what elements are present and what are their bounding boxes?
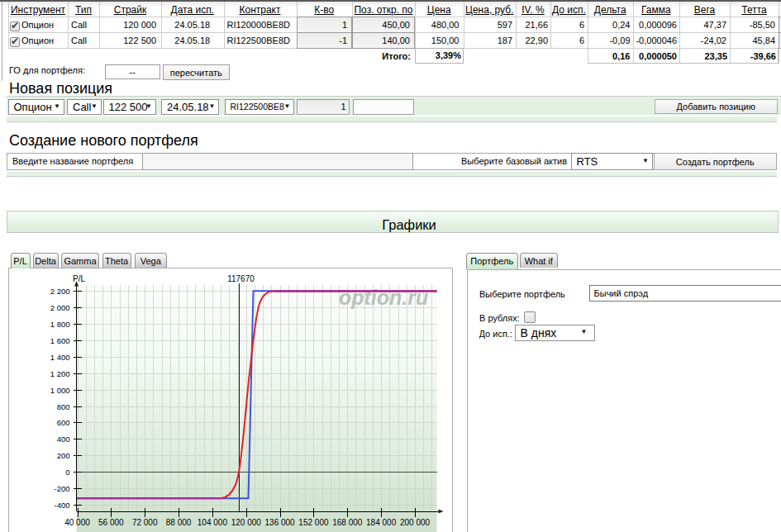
svg-text:152 000: 152 000 [298,518,329,527]
svg-text:1 400: 1 400 [50,353,70,362]
svg-text:40 000: 40 000 [64,518,90,527]
svg-text:1 800: 1 800 [50,320,70,329]
svg-text:200: 200 [57,451,70,460]
svg-text:184 000: 184 000 [366,518,397,527]
svg-text:800: 800 [57,402,70,411]
svg-text:400: 400 [57,435,70,444]
svg-text:option.ru: option.ru [339,286,428,309]
svg-text:0: 0 [65,468,69,477]
svg-text:1 600: 1 600 [50,336,70,345]
svg-text:1 200: 1 200 [50,369,70,378]
svg-text:120 000: 120 000 [231,518,262,527]
svg-text:P/L: P/L [73,274,85,283]
svg-text:600: 600 [57,418,70,427]
svg-text:168 000: 168 000 [332,518,363,527]
svg-text:56 000: 56 000 [98,518,124,527]
svg-text:136 000: 136 000 [265,518,296,527]
svg-text:-200: -200 [54,484,69,493]
svg-text:117670: 117670 [227,274,255,283]
svg-text:2 000: 2 000 [50,303,70,312]
svg-text:1 000: 1 000 [50,386,70,395]
svg-text:88 000: 88 000 [166,518,192,527]
svg-text:200 000: 200 000 [400,518,431,527]
svg-text:72 000: 72 000 [132,518,158,527]
svg-text:2 200: 2 200 [50,287,70,296]
svg-text:104 000: 104 000 [198,518,228,527]
svg-text:-400: -400 [54,501,69,510]
